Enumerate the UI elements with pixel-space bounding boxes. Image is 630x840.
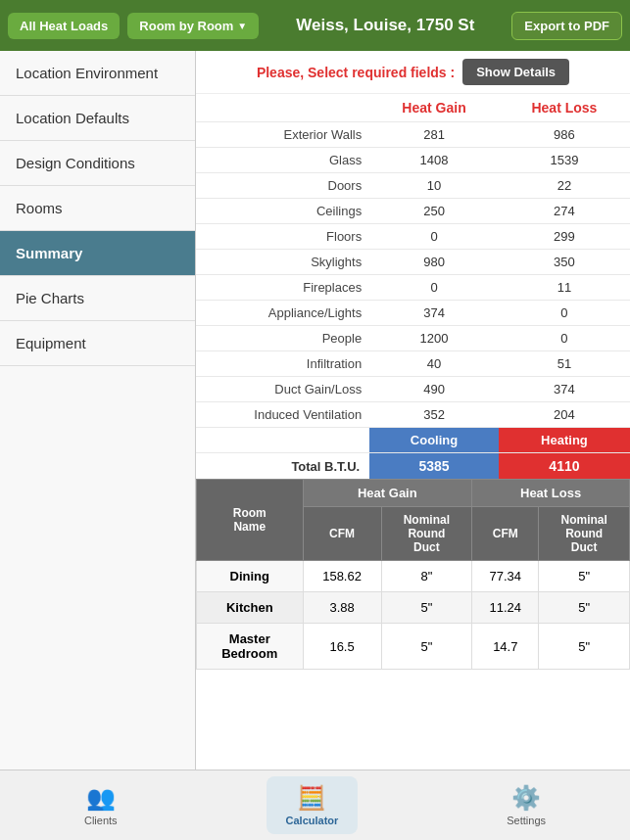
table-row: Appliance/Lights 374 0 — [196, 301, 630, 326]
heat-loss-value: 986 — [499, 122, 630, 148]
heat-gain-value: 352 — [369, 402, 499, 428]
nominal-duct1-header: NominalRoundDuct — [381, 507, 472, 561]
sidebar-item-rooms[interactable]: Rooms — [0, 186, 195, 231]
row-label: Induced Ventilation — [196, 402, 369, 428]
heat-loss-value: 1539 — [499, 148, 630, 173]
heat-gain-value: 1200 — [369, 326, 499, 351]
main-content: Location Environment Location Defaults D… — [0, 51, 630, 770]
alert-bar: Please, Select required fields : Show De… — [196, 51, 630, 94]
heat-loss-value: 0 — [499, 326, 630, 351]
heat-gain-value: 281 — [369, 122, 499, 148]
room-by-room-label: Room by Room — [139, 19, 233, 33]
tab-clients[interactable]: 👥 Clients — [65, 776, 137, 834]
cfm1-cell: 16.5 — [303, 624, 381, 670]
summary-table: Heat Gain Heat Loss Exterior Walls 281 9… — [196, 94, 630, 479]
room-name-header: RoomName — [197, 480, 304, 561]
tab-settings[interactable]: ⚙️ Settings — [487, 776, 565, 834]
all-heat-loads-button[interactable]: All Heat Loads — [8, 13, 120, 39]
table-row: Doors 10 22 — [196, 173, 630, 199]
sidebar-item-location-environment[interactable]: Location Environment — [0, 51, 195, 96]
heat-loss-value: 11 — [499, 275, 630, 301]
cfm2-cell: 77.34 — [472, 561, 539, 592]
table-row: MasterBedroom 16.5 5" 14.7 5" — [197, 624, 630, 670]
room-name-cell: MasterBedroom — [197, 624, 304, 670]
heat-gain-value: 1408 — [369, 148, 499, 173]
show-details-button[interactable]: Show Details — [462, 59, 569, 85]
right-panel: Please, Select required fields : Show De… — [196, 51, 630, 770]
heat-loss-value: 22 — [499, 173, 630, 199]
heat-loss-value: 51 — [499, 351, 630, 377]
heat-gain-header: Heat Gain — [369, 94, 499, 122]
heat-gain-section-header: Heat Gain — [303, 480, 472, 507]
duct2-cell: 5" — [539, 624, 630, 670]
heat-loss-value: 350 — [499, 250, 630, 275]
alert-text: Please, Select required fields : — [257, 65, 455, 80]
total-cooling-value: 5385 — [369, 453, 499, 480]
page-title: Weiss, Louise, 1750 St — [267, 16, 504, 35]
top-bar: All Heat Loads Room by Room ▼ Weiss, Lou… — [0, 0, 630, 51]
calculator-label: Calculator — [286, 815, 339, 826]
heat-loss-value: 204 — [499, 402, 630, 428]
row-label: Doors — [196, 173, 369, 199]
room-by-room-button[interactable]: Room by Room ▼ — [127, 13, 259, 39]
export-pdf-button[interactable]: Export to PDF — [511, 12, 622, 40]
heat-loss-section-header: Heat Loss — [472, 480, 630, 507]
heat-gain-value: 980 — [369, 250, 499, 275]
heat-loss-value: 374 — [499, 377, 630, 402]
tab-calculator[interactable]: 🧮 Calculator — [267, 776, 359, 834]
settings-icon: ⚙️ — [511, 784, 541, 812]
heat-gain-value: 10 — [369, 173, 499, 199]
clients-label: Clients — [84, 815, 118, 826]
table-row: People 1200 0 — [196, 326, 630, 351]
sidebar-item-pie-charts[interactable]: Pie Charts — [0, 276, 195, 321]
duct2-cell: 5" — [539, 592, 630, 624]
table-row: Skylights 980 350 — [196, 250, 630, 275]
clients-icon: 👥 — [86, 784, 116, 812]
heat-loss-header: Heat Loss — [499, 94, 630, 122]
heat-gain-value: 0 — [369, 275, 499, 301]
table-row: Induced Ventilation 352 204 — [196, 402, 630, 428]
row-label: People — [196, 326, 369, 351]
chevron-down-icon: ▼ — [237, 21, 247, 31]
row-label: Infiltration — [196, 351, 369, 377]
sidebar-item-equipment[interactable]: Equipment — [0, 321, 195, 366]
duct1-cell: 5" — [381, 592, 472, 624]
heat-loss-value: 299 — [499, 224, 630, 250]
table-row: Kitchen 3.88 5" 11.24 5" — [197, 592, 630, 624]
heat-gain-value: 490 — [369, 377, 499, 402]
total-btu-label: Total B.T.U. — [196, 453, 369, 480]
sidebar: Location Environment Location Defaults D… — [0, 51, 196, 770]
row-label: Glass — [196, 148, 369, 173]
row-label: Appliance/Lights — [196, 301, 369, 326]
heat-loss-value: 0 — [499, 301, 630, 326]
sidebar-item-location-defaults[interactable]: Location Defaults — [0, 96, 195, 141]
cfm1-cell: 3.88 — [303, 592, 381, 624]
table-row: Duct Gain/Loss 490 374 — [196, 377, 630, 402]
table-row: Ceilings 250 274 — [196, 199, 630, 224]
sidebar-item-design-conditions[interactable]: Design Conditions — [0, 141, 195, 186]
room-name-cell: Dining — [197, 561, 304, 592]
duct1-cell: 8" — [381, 561, 472, 592]
table-row: Exterior Walls 281 986 — [196, 122, 630, 148]
duct2-cell: 5" — [539, 561, 630, 592]
table-row: Dining 158.62 8" 77.34 5" — [197, 561, 630, 592]
table-row: Fireplaces 0 11 — [196, 275, 630, 301]
heat-gain-value: 250 — [369, 199, 499, 224]
cfm2-cell: 14.7 — [472, 624, 539, 670]
cfm2-header: CFM — [472, 507, 539, 561]
tab-bar: 👥 Clients 🧮 Calculator ⚙️ Settings — [0, 770, 630, 840]
row-label: Exterior Walls — [196, 122, 369, 148]
calculator-icon: 🧮 — [297, 784, 326, 812]
heat-gain-value: 40 — [369, 351, 499, 377]
room-table: RoomName Heat Gain Heat Loss CFM Nominal… — [196, 479, 630, 670]
cfm2-cell: 11.24 — [472, 592, 539, 624]
cooling-label: Cooling — [369, 428, 499, 453]
sidebar-item-summary[interactable]: Summary — [0, 231, 195, 276]
row-label: Duct Gain/Loss — [196, 377, 369, 402]
table-row: Infiltration 40 51 — [196, 351, 630, 377]
heat-loss-value: 274 — [499, 199, 630, 224]
room-table-wrapper: RoomName Heat Gain Heat Loss CFM Nominal… — [196, 479, 630, 670]
nominal-duct2-header: NominalRoundDuct — [539, 507, 630, 561]
heat-gain-value: 374 — [369, 301, 499, 326]
room-name-cell: Kitchen — [197, 592, 304, 624]
